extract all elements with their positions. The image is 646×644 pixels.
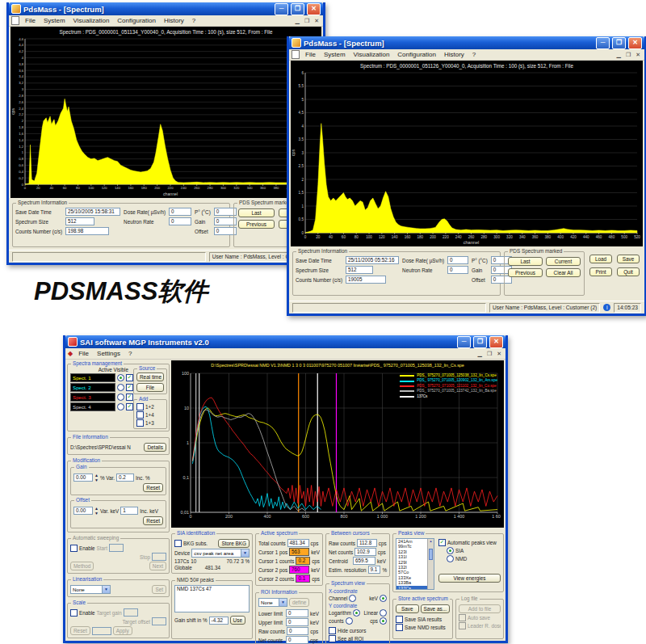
peaks-listbox[interactable]: 241Am99mTc123I131I129I132I57Co133Xe133Ba… (396, 538, 434, 590)
minimize-button[interactable]: ─ (275, 3, 288, 15)
roi-combo[interactable]: None▼ (258, 598, 287, 607)
save-nmd-checkbox[interactable] (396, 624, 403, 631)
spectrum-visible-checkbox[interactable]: ✓ (126, 403, 133, 410)
counts-field[interactable]: 198.98 (65, 227, 109, 235)
spectrum-visible-checkbox[interactable]: ✓ (126, 384, 133, 391)
row-value-field[interactable]: 0 (286, 636, 308, 644)
source-button[interactable]: File (136, 383, 164, 392)
spectrum-visible-checkbox[interactable]: ✓ (126, 394, 133, 401)
minimize-button[interactable]: ─ (596, 37, 610, 49)
gain-shift-field[interactable]: -4.32 (209, 617, 229, 625)
save-date-field[interactable]: 25/11/2005 05:52:16 (346, 256, 399, 264)
size-field[interactable]: 512 (346, 266, 373, 274)
menu-item[interactable]: ? (124, 350, 136, 357)
side-button[interactable]: Save (617, 255, 640, 263)
marked-button[interactable]: Last (238, 208, 275, 217)
close-button[interactable]: ✕ (489, 336, 503, 348)
spectrum-active-radio[interactable] (117, 384, 124, 391)
save-sia-checkbox[interactable] (396, 616, 403, 623)
linear-radio[interactable] (380, 609, 387, 617)
menu-item[interactable]: System (320, 51, 350, 58)
gain-reset-button[interactable]: Reset (143, 483, 163, 492)
mdi-doc-icon[interactable] (11, 16, 19, 25)
add-option-checkbox[interactable] (136, 411, 144, 419)
menu-item[interactable]: History (440, 51, 468, 58)
scrollbar[interactable]: ▲ (427, 539, 434, 589)
titlebar[interactable]: SAI software MGP Instruments v2.0 ─ ❐ ✕ (65, 335, 505, 348)
titlebar[interactable]: PdsMass - [Spectrum] ─ ❐ ✕ (289, 36, 644, 49)
side-button[interactable]: Load (589, 255, 612, 263)
row-value-field[interactable]: 0 (286, 618, 308, 626)
menu-item[interactable]: File (74, 350, 93, 357)
menu-item[interactable]: Configuration (113, 17, 160, 24)
marked-button[interactable]: Clear All (546, 268, 581, 277)
menu-item[interactable]: File (21, 17, 40, 24)
side-button[interactable]: Quit (617, 267, 640, 276)
row-value-field[interactable]: 102.9 (354, 548, 376, 556)
row-value-field[interactable]: 112.8 (357, 539, 377, 547)
menu-item[interactable]: ? (188, 17, 199, 24)
overlay-spectrum-chart[interactable]: 0,010,111010002004006008001 0001 2001 40… (171, 370, 504, 527)
add-option-checkbox[interactable] (136, 403, 144, 410)
row-value-field[interactable]: 0.1 (296, 575, 310, 583)
menu-item[interactable]: Visualization (69, 17, 114, 24)
menu-item[interactable]: Visualization (350, 51, 394, 58)
device-combo[interactable]: csv peak net area▼ (191, 549, 250, 558)
gain-inc-field[interactable]: 0.2 (116, 474, 134, 482)
source-button[interactable]: Real time (136, 373, 164, 381)
use-button[interactable]: Use (230, 616, 245, 625)
row-value-field[interactable]: 563 (289, 548, 309, 556)
menu-item[interactable]: System (40, 17, 69, 24)
save-as-button[interactable]: Save as... (421, 604, 450, 613)
row-value-field[interactable]: 659.5 (353, 557, 375, 565)
row-value-field[interactable]: 0.2 (296, 557, 310, 565)
titlebar[interactable]: PdsMass - [Spectrum] ─ ❐ ✕ (9, 2, 323, 15)
details-button[interactable]: Details (144, 443, 166, 452)
spectrum-visible-checkbox[interactable]: ✓ (126, 374, 133, 381)
close-button[interactable]: ✕ (307, 3, 321, 15)
spinner-arrows-icon[interactable]: ▲▼ (94, 506, 99, 516)
row-value-field[interactable]: 0 (286, 609, 308, 617)
dose-field[interactable]: 0 (447, 256, 468, 264)
gain-spinner[interactable]: 0.00 (73, 474, 93, 482)
nmd-peaks-field[interactable]: NMD 137Cs 47 (174, 585, 250, 612)
close-button[interactable]: ✕ (628, 37, 642, 49)
offset-reset-button[interactable]: Reset (143, 516, 163, 525)
cps-radio[interactable] (380, 617, 387, 625)
scale-enable-checkbox[interactable] (70, 609, 78, 617)
menu-item[interactable]: History (160, 17, 188, 24)
nmd-radio[interactable] (447, 555, 454, 562)
menu-item[interactable]: Settings (93, 350, 124, 357)
neutron-field[interactable]: 0 (447, 266, 468, 274)
marked-button[interactable]: Previous (238, 220, 275, 229)
mdi-window-controls[interactable]: ▁ ❐ ✕ (617, 52, 642, 58)
spectrum-active-radio[interactable] (117, 403, 124, 410)
size-field[interactable]: 512 (65, 217, 94, 225)
bkg-subs-checkbox[interactable] (174, 540, 182, 547)
spectrum-chart-1[interactable]: 00,20,40,60,811,21,41,61,822,22,42,62,83… (10, 36, 321, 198)
spectrum-active-radio[interactable] (117, 374, 124, 381)
channel-radio[interactable] (349, 595, 356, 602)
dose-field[interactable]: 0 (169, 208, 191, 216)
menu-item[interactable]: Configuration (393, 51, 440, 58)
spinner-arrows-icon[interactable]: ▲▼ (94, 473, 99, 482)
save-date-field[interactable]: 25/10/2005 15:58:31 (65, 208, 120, 216)
row-value-field[interactable]: 481.34 (287, 539, 309, 547)
mdi-window-controls[interactable]: ▁ ❐ ✕ (478, 351, 503, 357)
row-value-field[interactable]: 0 (287, 627, 308, 635)
spectrum-chart-2[interactable]: 00,511,522,533,544,555,56020406080100120… (291, 70, 643, 246)
mdi-doc-icon[interactable] (292, 50, 300, 59)
marked-button[interactable]: Last (508, 257, 543, 266)
marked-button[interactable]: Previous (508, 268, 543, 277)
view-energies-button[interactable]: View energies (438, 574, 501, 583)
spectrum-active-radio[interactable] (117, 394, 124, 401)
auto-peaks-checkbox[interactable]: ✓ (438, 539, 446, 546)
restore-button[interactable]: ❐ (612, 37, 626, 49)
log-radio[interactable] (353, 609, 360, 617)
counts-field[interactable]: 19005 (346, 276, 386, 284)
side-button[interactable]: Print (589, 267, 612, 276)
restore-button[interactable]: ❐ (473, 336, 487, 348)
mdi-window-controls[interactable]: ▁ ❐ ✕ (296, 18, 321, 24)
neutron-field[interactable]: 0 (169, 217, 191, 225)
kev-radio[interactable] (380, 595, 387, 602)
